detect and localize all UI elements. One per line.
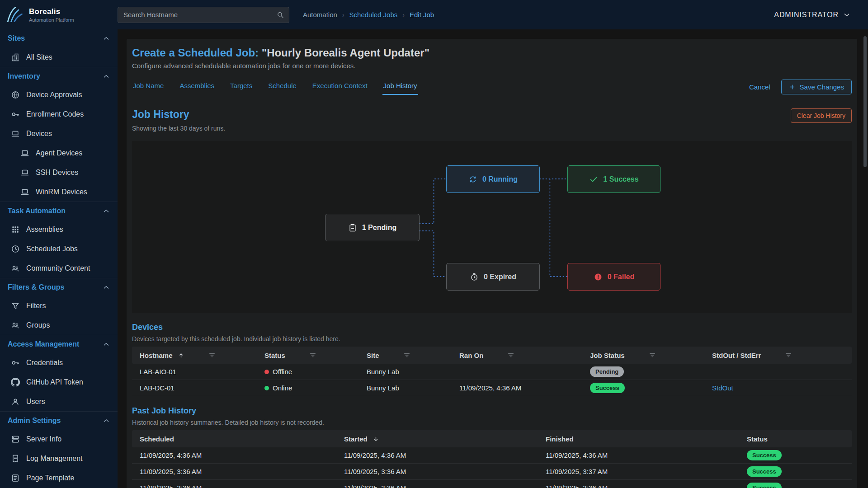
sidebar-item-device-approvals[interactable]: Device Approvals [0, 85, 118, 104]
sidebar-item-page-template[interactable]: Page Template [0, 468, 118, 488]
tab-job-name[interactable]: Job Name [132, 79, 165, 95]
scheduled-cell: 11/09/2025, 2:36 AM [132, 484, 336, 488]
cancel-button[interactable]: Cancel [749, 83, 770, 91]
sidebar-item-label: Device Approvals [26, 91, 82, 99]
status-badge: Success [590, 383, 625, 394]
sidebar-item-ssh-devices[interactable]: SSH Devices [0, 163, 118, 182]
filter-icon[interactable] [649, 352, 656, 359]
plus-icon [789, 84, 796, 90]
column-header-hostname[interactable]: Hostname [132, 352, 257, 359]
flow-node-failed-label: 0 Failed [608, 273, 635, 281]
sidebar-item-groups[interactable]: Groups [0, 315, 118, 335]
page-title-job-name: "Hourly Borealis Agent Updater" [262, 47, 429, 59]
sidebar-section-task-automation[interactable]: Task Automation [0, 202, 118, 220]
error-icon [594, 272, 603, 282]
sidebar-section-filters-groups[interactable]: Filters & Groups [0, 278, 118, 296]
flow-node-success-label: 1 Success [603, 175, 638, 183]
sidebar-item-all-sites[interactable]: All Sites [0, 47, 118, 67]
tab-assemblies[interactable]: Assemblies [179, 79, 215, 95]
search-icon[interactable] [276, 11, 284, 19]
status-cell: Success [739, 466, 852, 477]
tab-bar: Job Name Assemblies Targets Schedule Exe… [132, 79, 852, 95]
sidebar-item-label: WinRM Devices [36, 188, 87, 196]
chevron-up-icon [102, 34, 110, 42]
hostname-cell: LAB-DC-01 [132, 384, 257, 392]
connector-pending-running [420, 179, 446, 224]
sidebar-section-access-management[interactable]: Access Management [0, 335, 118, 353]
column-header-status[interactable]: Status [739, 435, 852, 443]
status-cell: Offline [257, 368, 359, 375]
sidebar-item-community-content[interactable]: Community Content [0, 258, 118, 278]
sidebar-item-credentials[interactable]: Credentials [0, 353, 118, 372]
hostname-search[interactable] [118, 7, 289, 23]
online-status-dot [264, 386, 269, 390]
ran-on-cell: 11/09/2025, 4:36 AM [452, 384, 582, 392]
stdout-link[interactable]: StdOut [712, 384, 733, 392]
stdout-cell: StdOut [704, 384, 852, 392]
sidebar-section-inventory[interactable]: Inventory [0, 67, 118, 85]
started-cell: 11/09/2025, 3:36 AM [336, 468, 538, 475]
column-header-stdout[interactable]: StdOut / StdErr [704, 352, 852, 359]
sidebar-item-winrm-devices[interactable]: WinRM Devices [0, 182, 118, 202]
job-status-flow-diagram: 1 Pending 0 Running 1 Success 0 Expired … [132, 141, 852, 313]
breadcrumb-automation[interactable]: Automation [303, 11, 337, 19]
flow-node-pending: 1 Pending [325, 214, 420, 241]
column-header-finished[interactable]: Finished [538, 435, 739, 443]
sidebar-item-agent-devices[interactable]: Agent Devices [0, 143, 118, 163]
search-input[interactable] [123, 11, 276, 19]
column-header-started[interactable]: Started [336, 435, 538, 443]
filter-icon[interactable] [785, 352, 792, 359]
filter-icon[interactable] [507, 352, 514, 359]
sidebar-section-label: Filters & Groups [8, 283, 102, 291]
globe-icon [11, 90, 20, 99]
breadcrumb-scheduled-jobs[interactable]: Scheduled Jobs [349, 11, 398, 19]
laptop-icon [20, 168, 29, 177]
column-header-scheduled[interactable]: Scheduled [132, 435, 336, 443]
filter-icon[interactable] [403, 352, 410, 359]
sidebar-item-label: All Sites [26, 53, 52, 61]
sidebar-section-admin-settings[interactable]: Admin Settings [0, 411, 118, 429]
tab-job-history[interactable]: Job History [382, 79, 418, 95]
clear-job-history-button[interactable]: Clear Job History [791, 108, 852, 123]
save-changes-button[interactable]: Save Changes [781, 80, 852, 94]
sidebar-item-label: Agent Devices [36, 149, 82, 157]
sync-icon [468, 175, 477, 184]
edit-job-card: Create a Scheduled Job: "Hourly Borealis… [127, 39, 857, 488]
laptop-icon [20, 149, 29, 158]
sidebar-item-filters[interactable]: Filters [0, 296, 118, 315]
sidebar-item-assemblies[interactable]: Assemblies [0, 220, 118, 239]
breadcrumb-edit-job[interactable]: Edit Job [410, 11, 434, 19]
filter-icon[interactable] [309, 352, 316, 359]
user-menu[interactable]: ADMINISTRATOR [774, 11, 851, 19]
tab-targets[interactable]: Targets [229, 79, 253, 95]
column-header-ran-on[interactable]: Ran On [452, 352, 582, 359]
sidebar-item-enrollment-codes[interactable]: Enrollment Codes [0, 104, 118, 124]
flow-node-success: 1 Success [567, 165, 660, 193]
sidebar-item-label: Enrollment Codes [26, 110, 84, 118]
finished-cell: 11/09/2025, 2:36 AM [538, 484, 739, 488]
column-header-status[interactable]: Status [257, 352, 359, 359]
chevron-up-icon [102, 417, 110, 425]
sidebar-item-label: SSH Devices [36, 169, 78, 177]
sidebar-section-sites[interactable]: Sites [0, 29, 118, 47]
status-badge: Success [747, 450, 782, 461]
column-header-site[interactable]: Site [359, 352, 452, 359]
sidebar-item-devices[interactable]: Devices [0, 124, 118, 143]
hostname-cell: LAB-AIO-01 [132, 368, 257, 375]
job-status-cell: Success [582, 383, 704, 394]
tab-schedule[interactable]: Schedule [267, 79, 297, 95]
sidebar-item-github-api-token[interactable]: GitHub API Token [0, 372, 118, 392]
scrollbar[interactable] [863, 36, 867, 167]
sidebar-item-server-info[interactable]: Server Info [0, 429, 118, 449]
filter-icon[interactable] [208, 352, 216, 359]
sidebar-item-scheduled-jobs[interactable]: Scheduled Jobs [0, 239, 118, 258]
tab-execution-context[interactable]: Execution Context [311, 79, 368, 95]
flow-node-running: 0 Running [446, 165, 540, 193]
sidebar-item-users[interactable]: Users [0, 392, 118, 411]
column-header-job-status[interactable]: Job Status [582, 352, 704, 359]
sidebar-item-log-management[interactable]: Log Management [0, 449, 118, 468]
status-cell: Success [739, 483, 852, 488]
chevron-down-icon [843, 11, 851, 19]
flow-node-failed: 0 Failed [567, 263, 660, 291]
chevron-up-icon [102, 72, 110, 80]
